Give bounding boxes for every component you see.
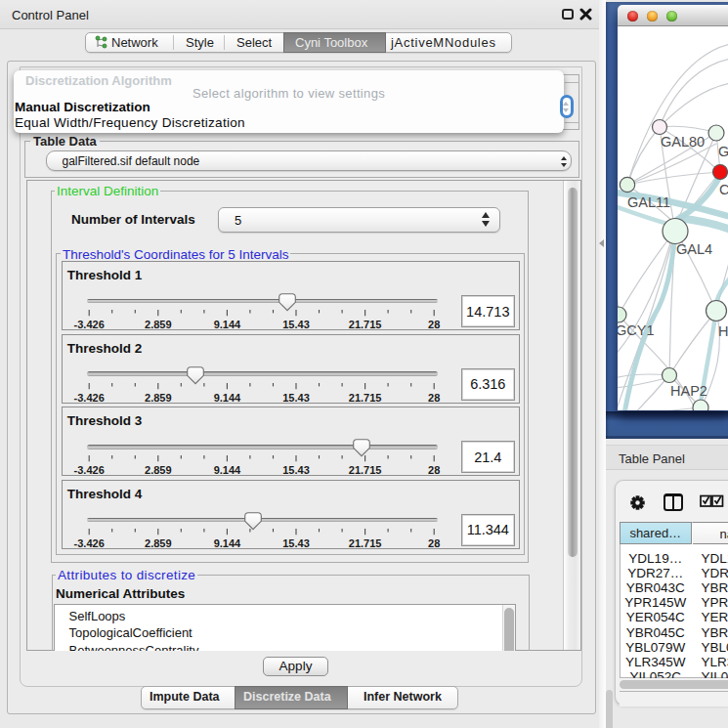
svg-text:15.43: 15.43 [282,464,310,476]
svg-text:2.859: 2.859 [145,391,172,403]
svg-text:15.43: 15.43 [282,391,310,403]
svg-text:15.43: 15.43 [282,319,310,330]
svg-text:-3.426: -3.426 [73,536,104,548]
svg-text:GCY1: GCY1 [618,322,655,338]
svg-text:21.715: 21.715 [349,391,382,403]
svg-text:15.43: 15.43 [282,536,310,548]
svg-text:GA: GA [718,144,728,159]
svg-text:-3.426: -3.426 [73,391,104,403]
svg-text:28: 28 [428,391,440,403]
svg-text:21.715: 21.715 [349,536,382,548]
svg-text:2.859: 2.859 [145,536,172,548]
svg-text:28: 28 [428,464,440,476]
svg-text:-3.426: -3.426 [73,319,104,330]
svg-text:C: C [719,182,728,197]
svg-text:H: H [718,323,728,339]
svg-text:2.859: 2.859 [145,319,172,330]
svg-text:9.144: 9.144 [213,536,240,548]
svg-text:GAL80: GAL80 [661,134,705,150]
svg-text:GAL4: GAL4 [676,241,712,257]
svg-text:9.144: 9.144 [213,464,240,476]
svg-text:GAL11: GAL11 [627,194,670,210]
svg-text:9.144: 9.144 [213,391,240,403]
svg-text:21.715: 21.715 [349,464,382,476]
svg-text:28: 28 [428,536,440,548]
svg-text:9.144: 9.144 [213,319,240,330]
svg-text:21.715: 21.715 [349,319,382,330]
svg-text:28: 28 [428,319,440,330]
svg-text:HAP2: HAP2 [670,383,707,399]
svg-text:-3.426: -3.426 [73,464,104,476]
svg-text:2.859: 2.859 [145,464,172,476]
